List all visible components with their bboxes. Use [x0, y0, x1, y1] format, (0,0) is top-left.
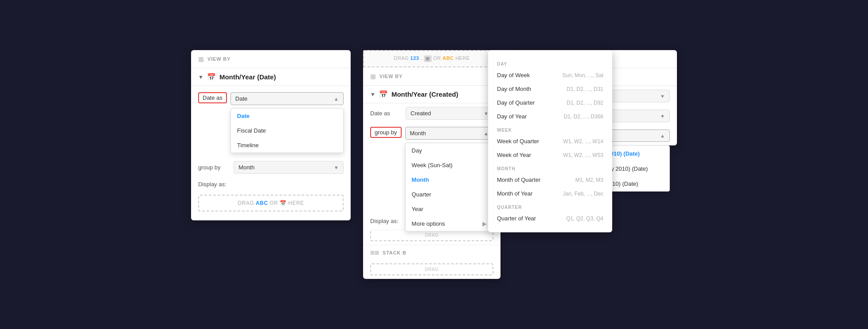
submenu-panel: DAY Day of Week Sun, Mon, ..., Sat Day o… [488, 50, 612, 232]
dropdown-item-timeline[interactable]: Timeline [231, 138, 343, 153]
dropdown-item-more[interactable]: More options ▶ [406, 216, 493, 231]
month-of-quarter-label: Month of Quarter [497, 176, 540, 183]
panel1-display-as-row: Display as: [191, 177, 351, 191]
panel2-date-as-row: Date as Created [363, 103, 500, 123]
arrow-right-icon: ▶ [482, 220, 487, 227]
submenu-item-day-of-month[interactable]: Day of Month D1, D2, ..., D31 [488, 82, 612, 96]
bar-chart-icon-2: ▦ [370, 73, 376, 80]
chevron-up-icon [334, 96, 339, 102]
quarter-of-year-label: Quarter of Year [497, 215, 536, 222]
month-of-year-value: Jan, Feb, ..., Dec [563, 191, 603, 197]
panel2-top-drag: DRAG 123 , ⊞ OR ABC HERE [363, 50, 500, 67]
dropdown-item-week[interactable]: Week (Sun-Sat) [406, 158, 493, 172]
day-of-quarter-label: Day of Quarter [497, 99, 535, 106]
more-options-label: More options [412, 220, 445, 227]
submenu-item-day-of-week[interactable]: Day of Week Sun, Mon, ..., Sat [488, 68, 612, 82]
calendar-icon-2: 📅 [379, 90, 388, 98]
dropdown-item-year[interactable]: Year [406, 202, 493, 216]
chevron-down-icon [334, 165, 339, 170]
submenu-item-week-of-quarter[interactable]: Week of Quarter W1, W2, ..., W14 [488, 134, 612, 148]
day-of-year-label: Day of Year [497, 113, 527, 120]
panel1-field-title: Month/Year (Date) [219, 73, 276, 81]
chevron-up-icon-3 [660, 133, 665, 138]
dropdown-item-quarter[interactable]: Quarter [406, 187, 493, 202]
abc-orange-label: ABC [442, 55, 454, 61]
panel2-group-by-select[interactable]: Month [405, 127, 493, 140]
bar-chart-icon: ▦ [198, 55, 204, 63]
panel1-view-by-label: VIEW BY [207, 56, 231, 62]
panel1-date-as-row: Date as Date Date Fiscal Date Timeline [191, 86, 351, 109]
panel-1: ▦ VIEW BY ▼ 📅 Month/Year (Date) Date as … [191, 50, 351, 220]
panel1-group-by-label: group by [198, 164, 230, 171]
week-of-year-label: Week of Year [497, 152, 531, 158]
panel1-date-as-dropdown: Date Fiscal Date Timeline [231, 108, 344, 153]
table-icon: ⊞ [424, 55, 432, 62]
panel2-stack-section: ▦▦ STACK B [363, 245, 500, 260]
day-of-month-label: Day of Month [497, 86, 531, 92]
submenu-item-month-of-quarter[interactable]: Month of Quarter M1, M2, M3 [488, 173, 612, 187]
month-of-quarter-value: M1, M2, M3 [575, 177, 603, 183]
dropdown-item-fiscal[interactable]: Fiscal Date [231, 123, 343, 138]
submenu-item-quarter-of-year[interactable]: Quarter of Year Q1, Q2, Q3, Q4 [488, 212, 612, 225]
panel2-date-as-value: Created [411, 110, 431, 117]
day-of-year-value: D1, D2, ..., D366 [564, 114, 603, 120]
panel2-header: ▦ VIEW BY [363, 67, 500, 86]
panel1-date-as-value: Date [235, 95, 247, 102]
panel1-date-as-label: Date as [198, 92, 227, 103]
calendar-icon: 📅 [207, 73, 216, 81]
stack-label: STACK B [383, 250, 407, 255]
panel1-group-by-value: Month [239, 164, 254, 171]
panel2-group-by-dropdown: Day Week (Sun-Sat) Month Quarter Year Mo… [405, 143, 493, 231]
stack-icon: ▦▦ [370, 250, 379, 255]
panel2-group-by-row: group by Month Day Week (Sun-Sat) Month … [363, 123, 500, 143]
panel1-date-as-select[interactable]: Date [231, 92, 344, 105]
week-of-quarter-label: Week of Quarter [497, 138, 539, 145]
panel1-display-as-label: Display as: [198, 181, 230, 188]
submenu-section-quarter: QUARTER [488, 200, 612, 212]
panel1-group-by-select[interactable]: Month [234, 161, 344, 174]
panel1-drag-zone: DRAG ABC OR 📅 HERE [198, 195, 344, 212]
panel2-field-title-row: ▼ 📅 Month/Year (Created) [363, 86, 500, 103]
abc-label: ABC [256, 200, 268, 206]
panel1-header: ▦ VIEW BY [191, 50, 351, 68]
chevron-down-icon: ▼ [198, 74, 203, 80]
month-of-year-label: Month of Year [497, 190, 532, 197]
dropdown-item-month[interactable]: Month [406, 172, 493, 187]
week-of-quarter-value: W1, W2, ..., W14 [563, 138, 603, 145]
week-of-year-value: W1, W2, ..., W53 [563, 152, 603, 158]
chevron-down-icon-2: ▼ [370, 91, 375, 98]
quarter-of-year-value: Q1, Q2, Q3, Q4 [566, 215, 603, 222]
panel2-group-by-value: Month [410, 130, 426, 137]
panel1-field-title-row: ▼ 📅 Month/Year (Date) [191, 68, 351, 86]
panel2-drag-bottom2: DRAG [370, 263, 493, 275]
panel2-display-as-label: Display as: [370, 218, 402, 224]
panel2-wrapper: DRAG 123 , ⊞ OR ABC HERE ▦ VIEW BY ▼ 📅 M… [351, 50, 500, 279]
panel2-group-by-label: group by [370, 127, 402, 138]
submenu-item-day-of-year[interactable]: Day of Year D1, D2, ..., D366 [488, 110, 612, 123]
panel2-view-by-label: VIEW BY [379, 74, 403, 79]
day-of-quarter-value: D1, D2, ..., D92 [567, 100, 603, 106]
dropdown-item-date[interactable]: Date [231, 109, 343, 123]
submenu-section-month: MONTH [488, 162, 612, 173]
submenu-item-month-of-year[interactable]: Month of Year Jan, Feb, ..., Dec [488, 187, 612, 200]
dropdown-item-day[interactable]: Day [406, 143, 493, 158]
submenu-item-day-of-quarter[interactable]: Day of Quarter D1, D2, ..., D92 [488, 96, 612, 110]
panel1-group-by-row: group by Month [191, 157, 351, 177]
cal-label: 📅 [280, 200, 287, 206]
panels-container: ▦ VIEW BY ▼ 📅 Month/Year (Date) Date as … [191, 50, 677, 279]
chevron-down-icon-5 [660, 94, 665, 99]
panel2-date-as-select[interactable]: Created [406, 107, 493, 120]
day-of-week-label: Day of Week [497, 72, 530, 78]
num-label: 123 [411, 55, 419, 61]
day-of-month-value: D1, D2, ..., D31 [567, 86, 603, 92]
chevron-down-icon-6 [660, 114, 665, 119]
submenu-section-week: WEEK [488, 123, 612, 134]
panel-2: DRAG 123 , ⊞ OR ABC HERE ▦ VIEW BY ▼ 📅 M… [363, 50, 500, 279]
submenu-section-day: DAY [488, 57, 612, 68]
submenu-item-week-of-year[interactable]: Week of Year W1, W2, ..., W53 [488, 148, 612, 162]
day-of-week-value: Sun, Mon, ..., Sat [562, 72, 603, 78]
panel2-date-as-label: Date as [370, 110, 402, 117]
panel2-field-title: Month/Year (Created) [391, 90, 458, 98]
